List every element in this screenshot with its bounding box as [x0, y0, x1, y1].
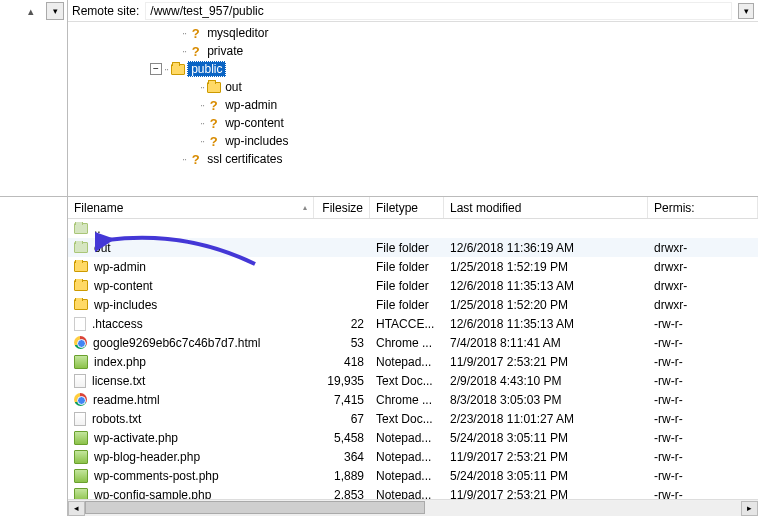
file-name: out	[94, 241, 111, 255]
col-last-modified[interactable]: Last modified	[444, 197, 648, 218]
tree-item[interactable]: ·· ?wp-includes	[68, 132, 758, 150]
file-row[interactable]: robots.txt67Text Doc...2/23/2018 11:01:2…	[68, 409, 758, 428]
file-type: Text Doc...	[370, 374, 444, 388]
code-file-icon	[74, 488, 88, 500]
file-name: readme.html	[93, 393, 160, 407]
file-permissions: -rw-r-	[648, 488, 758, 500]
file-row[interactable]: index.php418Notepad...11/9/2017 2:53:21 …	[68, 352, 758, 371]
tree-item[interactable]: ·· ?wp-admin	[68, 96, 758, 114]
local-dropdown[interactable]: ▾	[46, 2, 64, 20]
file-modified: 5/24/2018 3:05:11 PM	[444, 431, 648, 445]
file-row[interactable]: wp-contentFile folder12/6/2018 11:35:13 …	[68, 276, 758, 295]
file-type: Notepad...	[370, 355, 444, 369]
tree-item[interactable]: −·· public	[68, 60, 758, 78]
unknown-folder-icon: ?	[188, 44, 203, 58]
file-list-header[interactable]: Filename ▴ Filesize Filetype Last modifi…	[68, 197, 758, 219]
file-modified: 2/23/2018 11:01:27 AM	[444, 412, 648, 426]
scroll-track[interactable]	[85, 501, 741, 516]
file-row[interactable]: .htaccess22HTACCE...12/6/2018 11:35:13 A…	[68, 314, 758, 333]
col-filesize[interactable]: Filesize	[314, 197, 370, 218]
tree-item-label: ssl certificates	[205, 152, 284, 166]
code-file-icon	[74, 450, 88, 464]
file-size: 53	[314, 336, 370, 350]
collapse-icon[interactable]: −	[150, 63, 162, 75]
scroll-left-button[interactable]: ◂	[68, 501, 85, 516]
file-modified: 7/4/2018 8:11:41 AM	[444, 336, 648, 350]
file-modified: 1/25/2018 1:52:19 PM	[444, 260, 648, 274]
file-size: 19,935	[314, 374, 370, 388]
sort-indicator-icon: ▴	[303, 203, 307, 212]
file-row[interactable]: wp-blog-header.php364Notepad...11/9/2017…	[68, 447, 758, 466]
file-size: 418	[314, 355, 370, 369]
folder-icon	[74, 280, 88, 291]
file-name: wp-content	[94, 279, 153, 293]
file-icon	[74, 317, 86, 331]
unknown-folder-icon: ?	[206, 98, 221, 112]
file-type: Notepad...	[370, 488, 444, 500]
file-name: wp-includes	[94, 298, 157, 312]
remote-site-label: Remote site:	[72, 4, 139, 18]
folder-icon	[74, 223, 88, 234]
file-name: wp-config-sample.php	[94, 488, 211, 500]
remote-path-dropdown[interactable]: ▾	[738, 3, 754, 19]
col-filetype[interactable]: Filetype	[370, 197, 444, 218]
file-row[interactable]: ..	[68, 219, 758, 238]
file-type: Chrome ...	[370, 393, 444, 407]
folder-icon	[74, 242, 88, 253]
file-type: File folder	[370, 298, 444, 312]
file-row[interactable]: wp-adminFile folder1/25/2018 1:52:19 PMd…	[68, 257, 758, 276]
tree-item[interactable]: ·· out	[68, 78, 758, 96]
file-type: Notepad...	[370, 450, 444, 464]
text-file-icon	[74, 374, 86, 388]
sort-icon: ▴	[22, 2, 40, 20]
chrome-icon	[74, 393, 87, 406]
file-modified: 2/9/2018 4:43:10 PM	[444, 374, 648, 388]
col-filename[interactable]: Filename ▴	[68, 197, 314, 218]
tree-item-label: wp-admin	[223, 98, 279, 112]
file-name: robots.txt	[92, 412, 141, 426]
file-permissions: -rw-r-	[648, 469, 758, 483]
file-row[interactable]: google9269eb6c7c46b7d7.html53Chrome ...7…	[68, 333, 758, 352]
file-row[interactable]: wp-comments-post.php1,889Notepad...5/24/…	[68, 466, 758, 485]
file-row[interactable]: outFile folder12/6/2018 11:36:19 AMdrwxr…	[68, 238, 758, 257]
tree-item-label: wp-includes	[223, 134, 290, 148]
folder-icon	[206, 80, 221, 94]
unknown-folder-icon: ?	[188, 152, 203, 166]
file-row[interactable]: license.txt19,935Text Doc...2/9/2018 4:4…	[68, 371, 758, 390]
file-modified: 12/6/2018 11:35:13 AM	[444, 317, 648, 331]
file-permissions: drwxr-	[648, 279, 758, 293]
file-permissions: -rw-r-	[648, 336, 758, 350]
tree-item[interactable]: ·· ?ssl certificates	[68, 150, 758, 168]
tree-item-label: mysqleditor	[205, 26, 270, 40]
file-modified: 8/3/2018 3:05:03 PM	[444, 393, 648, 407]
local-collapsed-pane: ▴ ▾	[0, 0, 68, 196]
file-row[interactable]: readme.html7,415Chrome ...8/3/2018 3:05:…	[68, 390, 758, 409]
file-modified: 11/9/2017 2:53:21 PM	[444, 355, 648, 369]
remote-tree[interactable]: ·· ?mysqleditor·· ?private−·· public·· o…	[68, 22, 758, 196]
file-row[interactable]: wp-config-sample.php2,853Notepad...11/9/…	[68, 485, 758, 499]
tree-item-label: private	[205, 44, 245, 58]
file-row[interactable]: wp-includesFile folder1/25/2018 1:52:20 …	[68, 295, 758, 314]
scroll-right-button[interactable]: ▸	[741, 501, 758, 516]
file-type: File folder	[370, 260, 444, 274]
tree-item[interactable]: ·· ?mysqleditor	[68, 24, 758, 42]
col-permissions[interactable]: Permis:	[648, 197, 758, 218]
file-modified: 12/6/2018 11:35:13 AM	[444, 279, 648, 293]
remote-path-input[interactable]	[145, 2, 732, 20]
tree-item-label: out	[223, 80, 244, 94]
horizontal-scrollbar[interactable]: ◂ ▸	[68, 499, 758, 516]
file-row[interactable]: wp-activate.php5,458Notepad...5/24/2018 …	[68, 428, 758, 447]
file-list[interactable]: ..outFile folder12/6/2018 11:36:19 AMdrw…	[68, 219, 758, 499]
file-name: wp-blog-header.php	[94, 450, 200, 464]
file-permissions: -rw-r-	[648, 393, 758, 407]
tree-item[interactable]: ·· ?wp-content	[68, 114, 758, 132]
file-permissions: -rw-r-	[648, 412, 758, 426]
remote-site-bar: Remote site: ▾	[68, 0, 758, 22]
file-permissions: drwxr-	[648, 298, 758, 312]
file-name: ..	[94, 222, 101, 236]
tree-item[interactable]: ·· ?private	[68, 42, 758, 60]
file-type: Text Doc...	[370, 412, 444, 426]
file-modified: 11/9/2017 2:53:21 PM	[444, 450, 648, 464]
scroll-thumb[interactable]	[85, 501, 425, 514]
file-type: Notepad...	[370, 431, 444, 445]
